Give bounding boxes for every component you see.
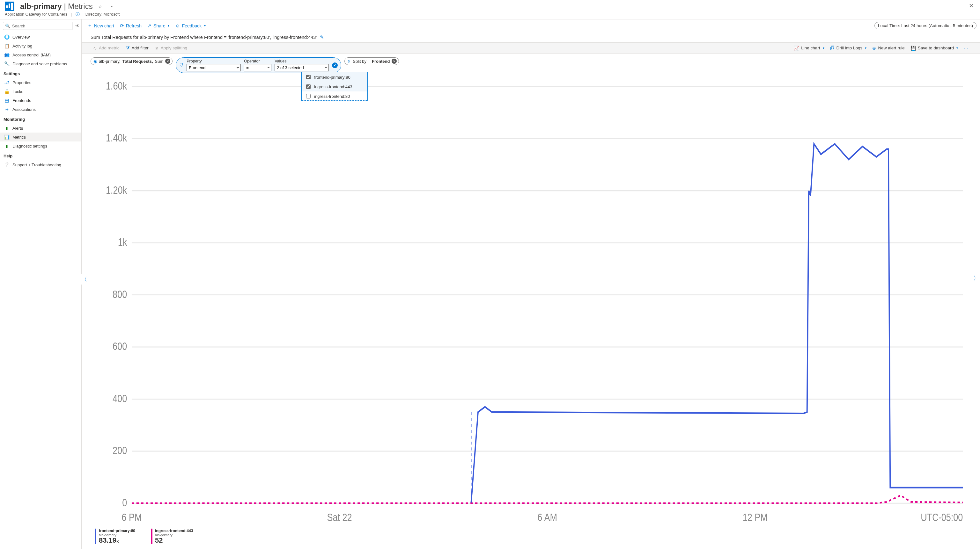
sidebar-item-access-control[interactable]: 👥Access control (IAM) — [0, 50, 81, 59]
metrics-chart: 02004006008001k1.20k1.40k1.60k6 PMSat 22… — [92, 77, 971, 527]
expand-right-icon[interactable]: 〉 — [973, 274, 979, 282]
values-select[interactable] — [275, 64, 329, 71]
feedback-button[interactable]: ☺Feedback▾ — [173, 22, 208, 30]
values-option[interactable]: ingress-frontend:443 — [302, 82, 368, 92]
chevron-down-icon: ▾ — [956, 46, 958, 50]
svg-text:1k: 1k — [118, 236, 127, 248]
svg-text:Sat 22: Sat 22 — [327, 511, 352, 523]
chevron-down-icon: ▾ — [823, 46, 824, 50]
legend-item[interactable]: frontend-primary:80 alb-primary 83.19k — [95, 528, 135, 544]
collapse-sidebar-icon[interactable]: ≪ — [75, 23, 80, 28]
sidebar-item-overview[interactable]: 🌐Overview — [0, 32, 81, 41]
metrics-icon: 📊 — [4, 135, 9, 140]
chart-legend: frontend-primary:80 alb-primary 83.19k i… — [92, 527, 971, 547]
svg-text:1.40k: 1.40k — [106, 132, 127, 144]
collapse-left-icon[interactable]: 〈 — [81, 274, 87, 284]
new-alert-rule-button[interactable]: ⊕New alert rule — [870, 44, 907, 52]
search-icon: 🔍 — [5, 24, 10, 29]
resource-icon: ◉ — [94, 59, 97, 64]
alerts-icon: ▮ — [4, 125, 9, 131]
sidebar-item-frontends[interactable]: ▤Frontends — [0, 96, 81, 105]
resource-type-label: Application Gateway for Containers — [5, 12, 67, 17]
properties-icon: ⎇ — [4, 80, 9, 85]
operator-label: Operator — [244, 59, 271, 63]
alert-icon: ⊕ — [872, 46, 876, 51]
svg-text:UTC-05:00: UTC-05:00 — [921, 511, 963, 523]
new-chart-button[interactable]: ＋New chart — [85, 21, 117, 30]
wrench-icon: 🔧 — [4, 61, 9, 66]
operator-select[interactable] — [244, 64, 271, 71]
sidebar-item-properties[interactable]: ⎇Properties — [0, 78, 81, 87]
sidebar-section-help: Help — [0, 151, 81, 160]
option-checkbox[interactable] — [306, 84, 310, 89]
svg-text:6 PM: 6 PM — [121, 511, 142, 523]
search-input[interactable] — [11, 23, 70, 29]
remove-split-icon[interactable]: ✕ — [391, 59, 397, 64]
metric-pill[interactable]: ◉ alb-primary, Total Requests, Sum ✕ — [91, 57, 173, 65]
associations-icon: ⇿ — [4, 107, 9, 112]
svg-text:0: 0 — [122, 497, 127, 509]
remove-metric-icon[interactable]: ✕ — [165, 59, 170, 64]
log-icon: 📋 — [4, 43, 9, 48]
add-metric-button[interactable]: ∿Add metric — [91, 44, 122, 52]
chart-title: Sum Total Requests for alb-primary by Fr… — [82, 32, 980, 42]
metrics-logo-icon — [5, 2, 14, 11]
values-label: Values — [275, 59, 329, 63]
values-dropdown: frontend-primary:80 ingress-frontend:443… — [301, 72, 368, 102]
svg-text:12 PM: 12 PM — [743, 511, 768, 523]
add-metric-icon: ∿ — [93, 46, 97, 51]
chevron-down-icon: ▾ — [168, 24, 169, 27]
command-bar: ＋New chart ⟳Refresh ↗Share▾ ☺Feedback▾ L… — [82, 19, 980, 32]
favorite-star-icon[interactable]: ☆ — [96, 2, 104, 11]
sidebar-item-metrics[interactable]: 📊Metrics — [0, 133, 81, 141]
smile-icon: ☺ — [175, 23, 180, 29]
edit-title-icon[interactable]: ✎ — [320, 35, 324, 40]
share-button[interactable]: ↗Share▾ — [145, 22, 172, 30]
sidebar-item-associations[interactable]: ⇿Associations — [0, 105, 81, 114]
sidebar-item-diagnostic-settings[interactable]: ▮Diagnostic settings — [0, 141, 81, 151]
sidebar-item-support[interactable]: ❔Support + Troubleshooting — [0, 160, 81, 169]
refresh-button[interactable]: ⟳Refresh — [117, 22, 144, 30]
funnel-icon: ⛉ — [179, 63, 183, 68]
svg-text:200: 200 — [113, 444, 127, 456]
more-options-button[interactable]: ⋯ — [961, 44, 971, 52]
split-icon: ⤪ — [155, 46, 159, 51]
chevron-down-icon: ▾ — [204, 24, 206, 27]
page-header: alb-primary | Metrics ☆ ⋯ Application Ga… — [0, 0, 980, 19]
page-title: alb-primary | Metrics — [20, 2, 93, 11]
save-to-dashboard-button[interactable]: 💾Save to dashboard▾ — [908, 44, 961, 52]
values-option[interactable]: frontend-primary:80 — [302, 72, 368, 82]
values-option[interactable]: ingress-frontend:80 — [302, 92, 368, 101]
option-checkbox[interactable] — [306, 75, 310, 79]
chart-type-button[interactable]: 📈Line chart▾ — [791, 44, 827, 52]
info-icon: ⓘ — [76, 12, 80, 17]
sidebar-item-activity-log[interactable]: 📋Activity log — [0, 41, 81, 50]
filter-icon: ⧩ — [126, 45, 130, 51]
svg-text:1.60k: 1.60k — [106, 80, 127, 92]
frontends-icon: ▤ — [4, 98, 9, 103]
apply-filter-icon[interactable]: ✓ — [332, 62, 338, 68]
add-filter-button[interactable]: ⧩Add filter — [123, 44, 151, 52]
apply-splitting-button[interactable]: ⤪Apply splitting — [153, 44, 190, 52]
property-select[interactable] — [186, 64, 241, 71]
split-by-pill[interactable]: ⤪ Split by = Frontend ✕ — [344, 57, 399, 65]
sidebar-section-monitoring: Monitoring — [0, 114, 81, 124]
help-icon: ❔ — [4, 162, 9, 167]
sidebar-item-diagnose[interactable]: 🔧Diagnose and solve problems — [0, 59, 81, 68]
share-icon: ↗ — [147, 23, 151, 29]
svg-text:400: 400 — [113, 392, 127, 405]
save-icon: 💾 — [910, 46, 916, 51]
more-ellipsis-icon[interactable]: ⋯ — [107, 2, 116, 11]
plus-icon: ＋ — [88, 23, 92, 29]
lock-icon: 🔒 — [4, 89, 9, 94]
svg-text:6 AM: 6 AM — [537, 511, 557, 523]
legend-item[interactable]: ingress-frontend:443 alb-primary 52 — [151, 528, 193, 544]
sidebar-item-locks[interactable]: 🔒Locks — [0, 87, 81, 96]
option-checkbox[interactable] — [306, 94, 310, 98]
sidebar-search[interactable]: 🔍 — [3, 22, 72, 30]
drill-into-logs-button[interactable]: 🗐Drill into Logs▾ — [827, 44, 869, 52]
time-range-pill[interactable]: Local Time: Last 24 hours (Automatic - 5… — [875, 22, 977, 29]
filter-editor: ⛉ Property Operator Values ✓ frontend-pr… — [176, 57, 341, 73]
close-icon[interactable]: ✕ — [967, 2, 975, 10]
sidebar-item-alerts[interactable]: ▮Alerts — [0, 124, 81, 133]
